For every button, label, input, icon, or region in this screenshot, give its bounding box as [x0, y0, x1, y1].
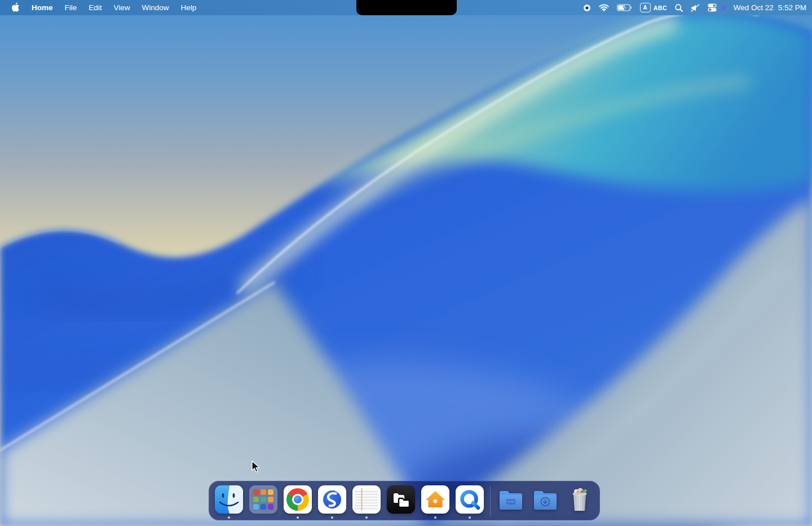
blue-folder-icon	[497, 485, 525, 514]
running-indicator	[228, 516, 230, 519]
menu-bar-status: A ABC	[583, 3, 812, 12]
spotlight-search-icon[interactable]	[675, 4, 683, 12]
input-label: ABC	[654, 5, 667, 11]
volume-muted-icon[interactable]	[691, 4, 700, 12]
menu-edit[interactable]: Edit	[89, 3, 102, 12]
macos-desktop: Home File Edit View Window Help	[0, 0, 812, 526]
control-center-icon[interactable]	[708, 3, 717, 12]
running-indicator	[469, 516, 471, 519]
menu-time: 5:52 PM	[778, 3, 806, 12]
camera-notch	[356, 0, 457, 15]
dock-item-quicktime[interactable]	[456, 485, 484, 514]
finder-icon	[215, 485, 243, 514]
arrow-cursor	[251, 461, 261, 473]
running-indicator	[331, 516, 333, 519]
dock-item-s-notes[interactable]	[318, 485, 346, 514]
chrome-icon	[284, 485, 312, 514]
blue-folder-download-icon	[531, 485, 559, 514]
screen-recording-indicator-icon[interactable]	[583, 4, 591, 12]
desktop-wallpaper	[0, 0, 812, 526]
dock-item-home-app[interactable]	[421, 485, 449, 514]
dock-item-finder[interactable]	[215, 485, 243, 514]
menu-date: Wed Oct 22	[734, 3, 774, 12]
dock-item-file-manager[interactable]	[387, 485, 415, 514]
running-indicator	[297, 516, 299, 519]
menu-file[interactable]: File	[65, 3, 77, 12]
dock-item-chrome[interactable]	[284, 485, 312, 514]
menu-help[interactable]: Help	[181, 3, 197, 12]
app-menu-home[interactable]: Home	[32, 3, 53, 12]
running-indicator	[365, 516, 368, 519]
q-player-icon	[456, 485, 484, 514]
black-folders-icon	[387, 485, 415, 514]
orange-house-icon	[421, 485, 449, 514]
s-swirl-icon	[318, 485, 346, 514]
trash-full-icon	[566, 485, 594, 514]
launchpad-icon	[249, 485, 277, 514]
apple-menu[interactable]	[12, 2, 20, 14]
dock-item-folder-documents[interactable]	[497, 485, 525, 514]
menu-window[interactable]: Window	[142, 3, 169, 12]
dock-item-trash[interactable]	[566, 485, 594, 514]
dock-item-folder-downloads[interactable]	[531, 485, 559, 514]
wifi-icon[interactable]	[599, 4, 609, 11]
apple-icon	[12, 2, 20, 12]
input-key-icon: A	[640, 3, 651, 12]
dock	[209, 481, 600, 520]
menu-view[interactable]: View	[114, 3, 130, 12]
focus-indicator-dot[interactable]	[721, 6, 726, 10]
battery-charging-icon[interactable]	[617, 4, 632, 11]
dock-item-textedit[interactable]	[352, 485, 381, 514]
notepad-icon	[352, 485, 381, 514]
running-indicator	[434, 516, 436, 519]
menu-clock[interactable]: Wed Oct 22 5:52 PM	[734, 3, 806, 12]
dock-item-launchpad[interactable]	[249, 485, 277, 514]
dock-separator	[490, 486, 491, 516]
input-source-menu[interactable]: A ABC	[640, 3, 667, 12]
menu-bar-left: Home File Edit View Window Help	[0, 2, 196, 14]
